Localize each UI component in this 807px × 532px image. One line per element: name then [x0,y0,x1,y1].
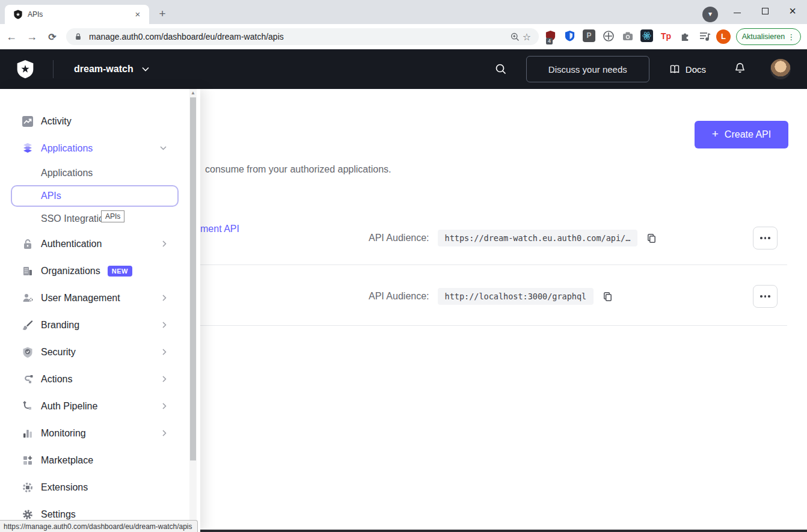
page-content: consume from your authorized application… [0,89,807,532]
sidebar: Activity Applications Applications APIs [0,89,200,532]
react-devtools-extension-icon[interactable] [640,29,653,42]
new-badge: NEW [108,266,132,277]
sidebar-scrollbar[interactable]: ▲ [189,89,197,532]
extensions-puzzle-icon[interactable] [679,29,692,42]
row-divider [200,264,787,265]
bitwarden-extension-icon[interactable] [563,29,576,42]
notifications-button[interactable] [734,62,746,77]
bar-chart-icon [20,427,35,439]
window-maximize-button[interactable] [752,0,778,22]
extensions-row: 4 P Tp [544,29,711,42]
camera-extension-icon[interactable] [621,29,634,42]
sidebar-item-marketplace[interactable]: Marketplace [0,447,189,474]
tenant-switcher[interactable]: dream-watch [74,64,149,75]
lock-icon[interactable] [72,31,84,43]
bell-icon [734,62,746,75]
lock-icon [20,238,35,250]
sidebar-item-branding[interactable]: Branding [0,311,189,338]
window-close-button[interactable]: × [779,0,806,22]
browser-toolbar: ← → ⟳ manage.auth0.com/dashboard/eu/drea… [0,24,807,49]
sidebar-item-apis[interactable]: APIs [0,185,189,207]
browser-titlebar: APIs × + ▾ × [0,0,807,24]
api-audience-label: API Audience: [369,233,429,243]
copy-button[interactable] [601,290,614,303]
tp-extension-icon[interactable]: Tp [660,29,672,42]
docs-label: Docs [686,64,706,75]
paintbrush-icon [20,319,35,331]
sidebar-item-organizations[interactable]: Organizations NEW [0,257,189,284]
sidebar-item-sso-integrations[interactable]: SSO Integrations [0,207,189,230]
api-audience-row: API Audience: https://dream-watch.eu.aut… [369,231,658,245]
chevron-down-icon [142,67,149,72]
api-audience-label: API Audience: [369,291,429,302]
back-button[interactable]: ← [2,31,20,43]
copy-icon [646,233,657,244]
row-divider [200,325,787,326]
status-bar: https://manage.auth0.com/dashboard/eu/dr… [0,520,198,532]
scrollbar-thumb[interactable] [190,97,196,460]
more-options-button[interactable] [753,227,778,249]
shield-check-icon [20,346,35,358]
sidebar-item-security[interactable]: Security [0,338,189,365]
chevron-down-icon [160,146,167,150]
sidebar-item-monitoring[interactable]: Monitoring [0,420,189,447]
sidebar-nav: Activity Applications Applications APIs [0,89,189,528]
plus-icon: + [712,127,719,141]
media-playlist-icon[interactable] [698,29,711,42]
sidebar-item-activity[interactable]: Activity [0,108,189,135]
sidebar-item-authentication[interactable]: Authentication [0,230,189,257]
chevron-right-icon [162,376,167,382]
browser-profile-avatar[interactable]: L [716,29,731,44]
move-crosshair-extension-icon[interactable] [602,29,615,42]
copy-icon [602,291,613,302]
browser-tab[interactable]: APIs × [5,5,149,24]
tab-close-icon[interactable]: × [132,9,143,20]
pipeline-icon [20,400,35,412]
sidebar-item-extensions[interactable]: Extensions [0,474,189,501]
docs-link[interactable]: Docs [669,63,706,75]
sidebar-item-user-management[interactable]: User Management [0,284,189,311]
chevron-right-icon [162,349,167,355]
api-row-title-link[interactable]: ment API [200,224,239,234]
sidebar-item-actions[interactable]: Actions [0,365,189,393]
sidebar-item-auth-pipeline[interactable]: Auth Pipeline [0,393,189,420]
create-api-button[interactable]: + Create API [695,121,788,148]
ublock-extension-icon[interactable]: 4 [544,29,557,42]
scrollbar-up-arrow[interactable]: ▲ [189,90,197,96]
reload-button[interactable]: ⟳ [43,31,61,43]
book-icon [669,63,681,75]
new-tab-button[interactable]: + [155,7,170,22]
auth0-header: dream-watch Discuss your needs Docs [0,49,807,89]
extensions-icon [20,482,35,494]
address-bar[interactable]: manage.auth0.com/dashboard/eu/dream-watc… [66,28,539,45]
more-options-button[interactable] [753,285,778,308]
api-audience-row: API Audience: http://localhost:3000/grap… [369,289,614,304]
sidebar-item-applications[interactable]: Applications [0,135,189,162]
user-gear-icon [20,292,35,304]
user-avatar[interactable] [770,59,791,79]
window-minimize-button[interactable] [724,0,750,22]
chevron-right-icon [162,295,167,301]
header-divider [53,60,54,78]
zoom-in-icon[interactable] [509,31,521,43]
sidebar-item-applications-sub[interactable]: Applications [0,162,189,185]
search-button[interactable] [489,63,513,76]
applications-icon [20,142,35,155]
forward-button[interactable]: → [23,31,41,43]
api-audience-value: http://localhost:3000/graphql [438,288,594,305]
kebab-menu-icon[interactable]: ⋮ [787,34,795,40]
url-text: manage.auth0.com/dashboard/eu/dream-watc… [89,32,509,41]
titlebar-download-icon[interactable]: ▾ [702,7,718,22]
tenant-name: dream-watch [74,64,133,75]
aktualisieren-label: Aktualisieren [742,32,785,41]
organizations-icon [20,265,35,277]
browser-window: APIs × + ▾ × ← → ⟳ manage.auth0.com/dash… [0,0,807,532]
discuss-needs-button[interactable]: Discuss your needs [526,56,649,82]
activity-icon [20,115,35,127]
aktualisieren-button[interactable]: Aktualisieren ⋮ [736,28,801,45]
p-extension-icon[interactable]: P [583,29,595,42]
copy-button[interactable] [645,231,658,245]
apis-tooltip: APIs [101,210,124,222]
tab-title: APIs [28,10,132,19]
bookmark-star-icon[interactable]: ☆ [521,31,533,43]
